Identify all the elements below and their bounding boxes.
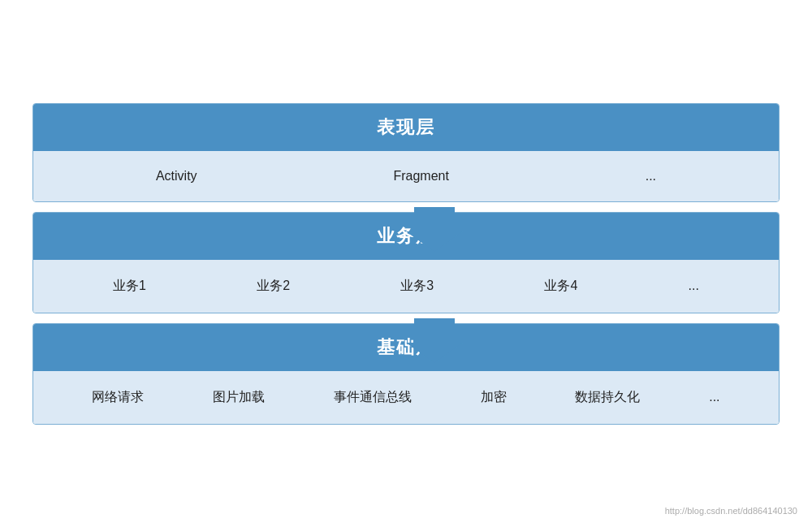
foundation-item-3: 加密 [473, 389, 515, 406]
presentation-layer-header: 表现层 [33, 104, 779, 151]
svg-marker-0 [406, 207, 463, 252]
watermark: http://blog.csdn.net/dd864140130 [665, 506, 797, 516]
presentation-layer-title: 表现层 [377, 117, 435, 137]
presentation-layer-body: Activity Fragment ... [33, 151, 779, 201]
foundation-layer-body: 网络请求 图片加载 事件通信总线 加密 数据持久化 ... [33, 371, 779, 424]
business-layer-body: 业务1 业务2 业务3 业务4 ... [33, 260, 779, 313]
page-wrapper: 表现层 Activity Fragment ... 业务层 业务1 业务2 业务… [0, 0, 812, 527]
svg-marker-1 [406, 318, 463, 363]
presentation-layer-block: 表现层 Activity Fragment ... [32, 103, 780, 202]
business-item-0: 业务1 [105, 278, 154, 295]
business-item-1: 业务2 [248, 278, 298, 295]
business-item-4: ... [680, 279, 707, 293]
presentation-item-1: Fragment [385, 169, 456, 184]
presentation-item-0: Activity [148, 169, 205, 184]
foundation-item-1: 图片加载 [205, 389, 273, 406]
foundation-item-5: ... [701, 390, 728, 404]
presentation-item-2: ... [637, 169, 664, 184]
foundation-item-4: 数据持久化 [567, 389, 648, 406]
foundation-item-0: 网络请求 [84, 389, 152, 406]
business-item-3: 业务4 [536, 278, 585, 295]
diagram-container: 表现层 Activity Fragment ... 业务层 业务1 业务2 业务… [32, 103, 780, 425]
foundation-item-2: 事件通信总线 [326, 389, 420, 406]
business-item-2: 业务3 [392, 278, 442, 295]
